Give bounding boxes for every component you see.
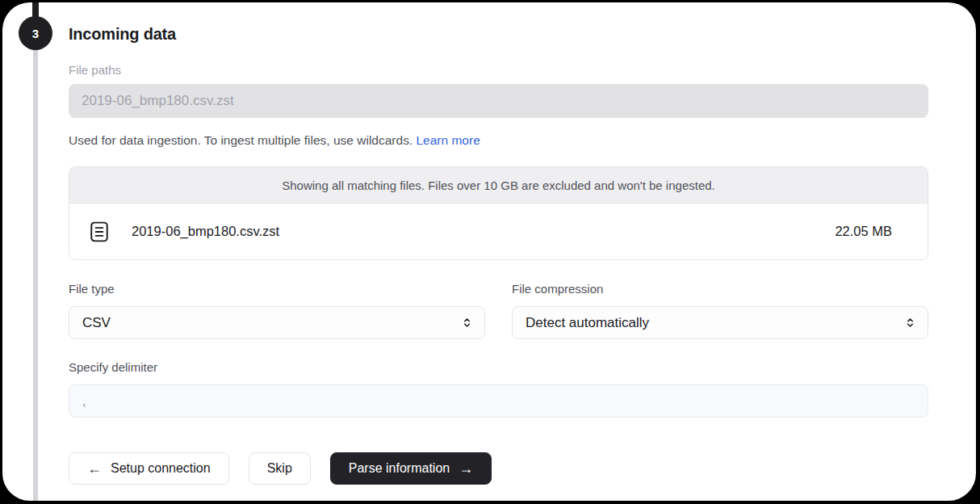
table-row: 2019-06_bmp180.csv.zst 22.05 MB — [69, 204, 928, 259]
file-type-select[interactable]: CSV — [69, 306, 485, 339]
arrow-right-icon: → — [459, 461, 473, 476]
file-type-label: File type — [69, 282, 485, 296]
file-type-field: File type CSV — [69, 282, 485, 339]
file-compression-field: File compression Detect automatically — [512, 282, 928, 339]
matching-files-table: Showing all matching files. Files over 1… — [69, 166, 928, 260]
wizard-actions: ← Setup connection Skip Parse informatio… — [69, 452, 928, 485]
parse-information-label: Parse information — [349, 461, 450, 476]
file-type-value: CSV — [82, 315, 111, 331]
setup-connection-button[interactable]: ← Setup connection — [69, 452, 229, 485]
skip-button[interactable]: Skip — [249, 452, 311, 485]
file-compression-value: Detect automatically — [526, 315, 649, 331]
incoming-data-section: Incoming data File paths 2019-06_bmp180.… — [69, 2, 928, 485]
file-paths-input: 2019-06_bmp180.csv.zst — [69, 84, 928, 118]
table-banner: Showing all matching files. Files over 1… — [69, 167, 928, 204]
step-indicator: 3 — [19, 16, 52, 50]
wizard-card: 3 Incoming data File paths 2019-06_bmp18… — [2, 2, 976, 501]
page-title: Incoming data — [69, 23, 928, 44]
document-icon — [90, 221, 109, 242]
file-size: 22.05 MB — [835, 224, 892, 239]
file-compression-select[interactable]: Detect automatically — [512, 306, 928, 339]
file-compression-label: File compression — [512, 282, 928, 296]
skip-label: Skip — [267, 461, 292, 476]
file-paths-helper: Used for data ingestion. To ingest multi… — [69, 132, 928, 148]
app-window: 3 Incoming data File paths 2019-06_bmp18… — [0, 0, 980, 504]
stepper-connector-bottom — [33, 50, 38, 501]
helper-text: Used for data ingestion. To ingest multi… — [69, 133, 417, 147]
chevron-up-down-icon — [904, 317, 916, 329]
file-paths-label: File paths — [69, 63, 928, 78]
delimiter-label: Specify delimiter — [69, 360, 928, 375]
learn-more-link[interactable]: Learn more — [417, 133, 480, 147]
parse-information-button[interactable]: Parse information → — [330, 452, 492, 485]
delimiter-input[interactable] — [69, 384, 928, 418]
arrow-left-icon: ← — [87, 461, 102, 476]
chevron-up-down-icon — [461, 317, 473, 329]
file-name: 2019-06_bmp180.csv.zst — [132, 224, 835, 239]
setup-connection-label: Setup connection — [111, 461, 211, 476]
format-options-row: File type CSV File compression — [69, 282, 928, 339]
step-number: 3 — [32, 27, 39, 40]
